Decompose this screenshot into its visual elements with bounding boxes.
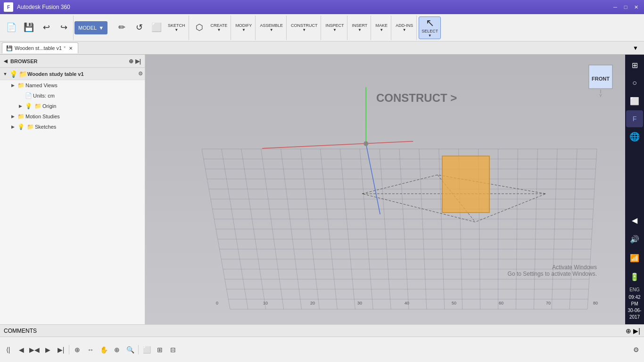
toolbar-group-addins: ADD-INS ▼ — [392, 16, 417, 40]
nav-orbit-button[interactable]: ⊕ — [71, 344, 83, 356]
title-bar: F Autodesk Fusion 360 ─ □ ✕ — [0, 0, 644, 14]
viewport[interactable]: CONSTRUCT > FRONT Y Activate Windows Go … — [145, 55, 625, 324]
units-label: Units: cm — [33, 93, 55, 99]
modify-label-btn[interactable]: MODIFY ▼ — [233, 16, 254, 39]
undo-icon: ↩ — [43, 23, 50, 32]
root-gear-icon[interactable]: ⚙ — [138, 71, 143, 77]
play-prev-end-button[interactable]: ▶◀ — [28, 344, 41, 356]
browser-title: BROWSER — [10, 58, 37, 64]
tree-item-named-views[interactable]: ▶ 📁 Named Views — [0, 80, 145, 90]
sidebar-volume-icon[interactable]: 🔊 — [626, 230, 643, 247]
model-selector[interactable]: MODEL ▼ — [74, 21, 107, 34]
new-icon: 📄 — [6, 23, 17, 32]
construct-label-btn[interactable]: CONSTRUCT ▼ — [289, 16, 320, 39]
sketch-tool-1[interactable]: ✏ — [113, 16, 130, 39]
taskbar-icon-fusion[interactable]: F — [626, 110, 643, 127]
taskbar-icon-search[interactable]: ○ — [626, 74, 643, 91]
sidebar-lang: ENG — [629, 287, 640, 292]
tab-title: Wooden st...table v1 — [15, 45, 62, 51]
play-prev-button[interactable]: ◀ — [15, 344, 27, 356]
addins-label-btn[interactable]: ADD-INS ▼ — [393, 16, 415, 39]
app-title: Autodesk Fusion 360 — [17, 4, 611, 10]
taskbar-icon-taskview[interactable]: ⬜ — [626, 92, 643, 109]
taskbar-icon-chrome[interactable]: 🌐 — [626, 128, 643, 145]
save-button[interactable]: 💾 — [20, 16, 37, 39]
origin-folder-icon: 📁 — [34, 102, 41, 110]
sidebar-network-icon[interactable]: 📶 — [626, 249, 643, 266]
tree-item-sketches[interactable]: ▶ 💡 📁 Sketches — [0, 122, 145, 132]
sidebar-battery-icon[interactable]: 🔋 — [626, 268, 643, 285]
tab-close-button[interactable]: ✕ — [67, 45, 74, 51]
close-button[interactable]: ✕ — [632, 3, 640, 11]
nav-zoom-button[interactable]: ⊕ — [111, 344, 123, 356]
assemble-label-btn[interactable]: ASSEMBLE ▼ — [257, 16, 285, 39]
sketch-label-btn[interactable]: SKETCH ▼ — [165, 16, 188, 39]
comments-add-icon[interactable]: ⊕ — [626, 327, 631, 335]
grid-show-button[interactable]: ⊞ — [154, 344, 166, 356]
comments-actions: ⊕ ▶| — [626, 327, 640, 335]
motion-studies-expand-icon[interactable]: ▶ — [9, 114, 16, 119]
minimize-button[interactable]: ─ — [611, 3, 619, 11]
browser-expand-icon[interactable]: ◀ — [4, 58, 8, 64]
sketches-folder-icon: 📁 — [26, 123, 34, 131]
sketches-expand-icon[interactable]: ▶ — [9, 124, 16, 129]
make-label-btn[interactable]: MAKE ▼ — [373, 16, 390, 39]
tab-wooden-table[interactable]: 💾 Wooden st...table v1 * ✕ — [2, 42, 78, 53]
tab-modified: * — [64, 45, 66, 51]
root-expand-icon[interactable]: ▼ — [2, 72, 8, 76]
right-sidebar-bottom: ◀ 🔊 📶 🔋 ENG 09:42 PM 30-06-2017 — [625, 212, 644, 322]
units-icon: 📄 — [25, 92, 32, 99]
view-cube[interactable]: FRONT Y — [582, 60, 619, 98]
play-next-button[interactable]: ▶ — [41, 344, 54, 356]
browser-action-collapse[interactable]: ▶| — [135, 58, 141, 65]
settings-button[interactable]: ⚙ — [630, 344, 642, 356]
nav-pan-button[interactable]: ↔ — [84, 344, 97, 356]
tab-expand-button[interactable]: ▼ — [633, 45, 642, 51]
tree-item-origin[interactable]: ▶ 💡 📁 Origin — [0, 101, 145, 111]
insert-label-btn[interactable]: INSERT ▼ — [349, 16, 370, 39]
nav-hand-button[interactable]: ✋ — [98, 344, 110, 356]
browser-action-add[interactable]: ⊕ — [129, 58, 133, 65]
play-end-button[interactable]: ▶| — [55, 344, 67, 356]
comments-expand-icon[interactable]: ▶| — [633, 327, 640, 335]
tree-item-units[interactable]: 📄 Units: cm — [0, 90, 145, 101]
sidebar-time: 09:42 PM 30-06-2017 — [625, 294, 644, 321]
sketch-tool-2[interactable]: ↺ — [131, 16, 148, 39]
select-label-btn[interactable]: ↖ SELECT ▼ — [419, 16, 441, 39]
create-tool-1[interactable]: ⬡ — [191, 16, 208, 39]
svg-text:Y: Y — [599, 93, 602, 98]
sketch-icon-2: ↺ — [136, 23, 143, 32]
create-label-btn[interactable]: CREATE ▼ — [208, 16, 230, 39]
nav-fit-button[interactable]: 🔍 — [124, 344, 136, 356]
motion-studies-label: Motion Studies — [25, 114, 60, 119]
bottom-toolbar: ⟨| ◀ ▶◀ ▶ ▶| ⊕ ↔ ✋ ⊕ 🔍 ⬜ ⊞ ⊟ ⚙ — [0, 337, 644, 362]
redo-button[interactable]: ↪ — [55, 16, 72, 39]
toolbar-group-create: ⬡ CREATE ▼ — [190, 16, 231, 40]
sketches-bulb-icon: 💡 — [17, 123, 25, 131]
tab-bar: 💾 Wooden st...table v1 * ✕ ▼ — [0, 41, 644, 55]
taskbar-icon-start[interactable]: ⊞ — [626, 57, 643, 74]
new-button[interactable]: 📄 — [3, 16, 20, 39]
inspect-label-btn[interactable]: INSPECT ▼ — [323, 16, 346, 39]
sketch-tool-3[interactable]: ⬜ — [148, 16, 165, 39]
root-label: Wooden study table v1 — [27, 71, 84, 77]
bottom-panel: COMMENTS ⊕ ▶| ⟨| ◀ ▶◀ ▶ ▶| ⊕ ↔ ✋ ⊕ 🔍 ⬜ ⊞… — [0, 324, 644, 362]
play-start-button[interactable]: ⟨| — [2, 344, 14, 356]
sketch-icon-1: ✏ — [118, 23, 125, 32]
named-views-expand-icon[interactable]: ▶ — [9, 83, 16, 88]
sidebar-arrow-icon[interactable]: ◀ — [626, 212, 643, 229]
tree-item-motion-studies[interactable]: ▶ 📁 Motion Studies — [0, 111, 145, 122]
origin-expand-icon[interactable]: ▶ — [17, 104, 24, 108]
origin-bulb-icon: 💡 — [25, 102, 32, 110]
browser-actions: ⊕ ▶| — [129, 58, 141, 65]
named-views-folder-icon: 📁 — [17, 82, 25, 89]
main-content: ◀ BROWSER ⊕ ▶| ▼ 💡 📁 Wooden study table … — [0, 55, 644, 324]
maximize-button[interactable]: □ — [621, 3, 630, 11]
create-icon-1: ⬡ — [196, 23, 203, 32]
undo-button[interactable]: ↩ — [38, 16, 55, 39]
app-icon: F — [4, 2, 13, 12]
grid-hide-button[interactable]: ⊟ — [167, 344, 179, 356]
view-mode-button[interactable]: ⬜ — [140, 344, 153, 356]
tree-root-item[interactable]: ▼ 💡 📁 Wooden study table v1 ⚙ — [0, 68, 145, 80]
toolbar-group-inspect: INSPECT ▼ — [322, 16, 347, 40]
